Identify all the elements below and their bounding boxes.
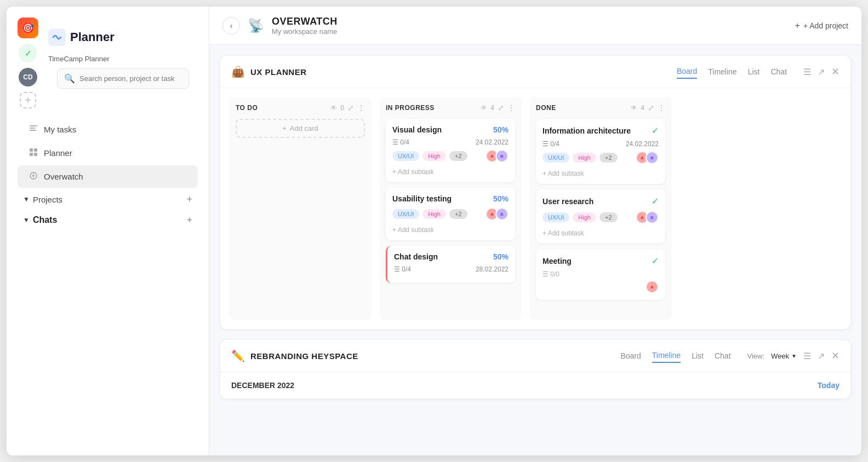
sidebar: 🎯 ✓ CD + Planner TimeCamp Planner 🔍: [7, 7, 209, 455]
content-area: 👜 UX PLANNER Board Timeline List Chat ☰ …: [209, 45, 861, 455]
svg-rect-3: [30, 148, 33, 152]
inprogress-expand-icon[interactable]: ⤢: [498, 103, 504, 112]
rebranding-external-icon[interactable]: ↗: [818, 351, 825, 361]
column-done: DONE 👁 4 ⤢ ⋮ Information architect: [529, 97, 672, 320]
done-expand-icon[interactable]: ⤢: [648, 103, 654, 112]
topbar-project-icon: 📡: [248, 18, 264, 33]
today-button[interactable]: Today: [818, 381, 840, 390]
tag-high-1[interactable]: High: [422, 151, 446, 161]
projects-section-header[interactable]: ▼ Projects +: [12, 189, 203, 210]
todo-count: 0: [340, 104, 344, 112]
column-todo: TO DO 👁 0 ⤢ ⋮ + Add card: [229, 97, 372, 320]
close-panel-icon[interactable]: ✕: [831, 66, 840, 78]
user-research-check: ✓: [652, 196, 659, 206]
rebranding-tab-list[interactable]: List: [692, 349, 704, 362]
card-chat-design: Chat design 50% ☰ 0/4 28.02.2022: [386, 246, 515, 283]
rebranding-close-icon[interactable]: ✕: [831, 350, 840, 362]
app-logo-icon: 🎯: [18, 18, 38, 38]
svg-rect-4: [34, 148, 37, 152]
add-workspace-button[interactable]: +: [20, 92, 36, 108]
chat-design-subtasks: ☰ 0/4: [394, 265, 411, 273]
chat-design-date: 28.02.2022: [476, 265, 509, 273]
tab-board[interactable]: Board: [677, 65, 697, 79]
meeting-subtasks: ☰ 0/0: [542, 270, 559, 278]
column-in-progress: IN PROGRESS 👁 4 ⤢ ⋮ Visual design: [379, 97, 522, 320]
add-card-icon: +: [282, 124, 287, 132]
ux-panel-icon: 👜: [231, 65, 245, 78]
sidebar-header: 🎯 ✓ CD + Planner TimeCamp Planner 🔍: [7, 13, 209, 117]
info-arch-date: 24.02.2022: [626, 140, 659, 148]
external-link-icon[interactable]: ↗: [818, 67, 825, 77]
planner-label: Planner: [44, 148, 72, 158]
search-bar[interactable]: 🔍: [57, 68, 189, 89]
chevron-down-icon: ▼: [791, 353, 797, 359]
add-subtask-visual-design-button[interactable]: + Add subtask: [392, 166, 509, 176]
rebranding-tab-chat[interactable]: Chat: [715, 349, 731, 362]
back-button[interactable]: ‹: [222, 17, 240, 34]
main-content: ‹ 📡 OVERWATCH My workspace name + + Add …: [209, 7, 861, 455]
done-menu-icon[interactable]: ⋮: [658, 103, 665, 112]
rebranding-tab-board[interactable]: Board: [620, 349, 641, 362]
card-user-research: User research ✓ UX/UI High +2 A B: [536, 189, 665, 244]
timeline-month: DECEMBER 2022: [231, 381, 294, 390]
rebranding-timeline-area: DECEMBER 2022 Today: [220, 372, 850, 399]
svg-rect-0: [30, 125, 37, 126]
filter-icon[interactable]: ☰: [803, 67, 811, 77]
inprogress-title: IN PROGRESS: [386, 104, 435, 112]
tab-chat[interactable]: Chat: [770, 65, 787, 78]
inprogress-menu-icon[interactable]: ⋮: [507, 103, 515, 112]
topbar-workspace-name: My workspace name: [272, 27, 338, 36]
tag-ux-ui-3[interactable]: UX/UI: [542, 153, 569, 163]
check-icon[interactable]: ✓: [19, 44, 37, 62]
tab-timeline[interactable]: Timeline: [708, 65, 736, 78]
rebranding-title: REBRANDING HEYSPACE: [250, 351, 615, 361]
tag-ux-ui-2[interactable]: UX/UI: [392, 209, 419, 219]
meeting-check: ✓: [652, 256, 659, 266]
view-selector[interactable]: Week ▼: [771, 352, 797, 360]
topbar-project-info: OVERWATCH My workspace name: [272, 16, 338, 36]
card-visual-design-percent: 50%: [493, 125, 509, 134]
tag-high-3[interactable]: High: [573, 153, 596, 163]
sidebar-item-overwatch[interactable]: Overwatch: [18, 165, 198, 188]
tasks-icon: [28, 124, 38, 135]
rebranding-tab-timeline[interactable]: Timeline: [652, 349, 681, 363]
projects-chevron-icon: ▼: [23, 195, 30, 203]
add-chat-button[interactable]: +: [186, 215, 192, 225]
tab-list[interactable]: List: [748, 65, 760, 78]
add-subtask-usability-button[interactable]: + Add subtask: [392, 224, 509, 234]
tag-count-2: +2: [449, 209, 467, 219]
tag-ux-ui-4[interactable]: UX/UI: [542, 212, 569, 222]
todo-expand-icon[interactable]: ⤢: [347, 103, 354, 112]
tag-high-4[interactable]: High: [573, 212, 596, 222]
tag-ux-ui-1[interactable]: UX/UI: [392, 151, 419, 161]
chats-section-header[interactable]: ▼ Chats +: [12, 210, 203, 230]
overwatch-label: Overwatch: [44, 172, 83, 181]
user-research-title: User research: [542, 197, 593, 206]
rebranding-filter-icon[interactable]: ☰: [803, 351, 811, 361]
rebranding-panel: ✏️ REBRANDING HEYSPACE Board Timeline Li…: [220, 340, 850, 399]
tag-high-2[interactable]: High: [422, 209, 446, 219]
chats-section-label: Chats: [33, 215, 57, 225]
ux-panel-tabs: Board Timeline List Chat: [677, 65, 787, 79]
info-arch-subtasks: ☰ 0/4: [542, 140, 559, 148]
todo-eye-icon: 👁: [330, 104, 337, 112]
visual-design-subtasks: ☰ 0/4: [392, 138, 409, 146]
chats-chevron-icon: ▼: [23, 216, 30, 224]
projects-section-label: Projects: [33, 195, 62, 204]
add-icon: +: [795, 21, 800, 31]
add-subtask-user-research-button[interactable]: + Add subtask: [542, 227, 659, 237]
add-card-todo-button[interactable]: + Add card: [236, 119, 365, 138]
sidebar-item-planner[interactable]: Planner: [18, 142, 198, 164]
add-subtask-info-arch-button[interactable]: + Add subtask: [542, 168, 659, 177]
inprogress-eye-icon: 👁: [481, 104, 487, 112]
todo-title: TO DO: [236, 104, 258, 112]
done-count: 4: [641, 104, 644, 112]
add-project-button[interactable]: + + Add project: [795, 21, 848, 31]
overwatch-icon: [28, 171, 38, 182]
sidebar-item-my-tasks[interactable]: My tasks: [18, 118, 198, 141]
todo-menu-icon[interactable]: ⋮: [357, 103, 365, 112]
card-meeting: Meeting ✓ ☰ 0/0 A: [536, 249, 665, 300]
add-project-sidebar-button[interactable]: +: [186, 194, 192, 204]
card-usability-title: Usability testing: [392, 194, 452, 203]
search-input[interactable]: [79, 74, 182, 83]
